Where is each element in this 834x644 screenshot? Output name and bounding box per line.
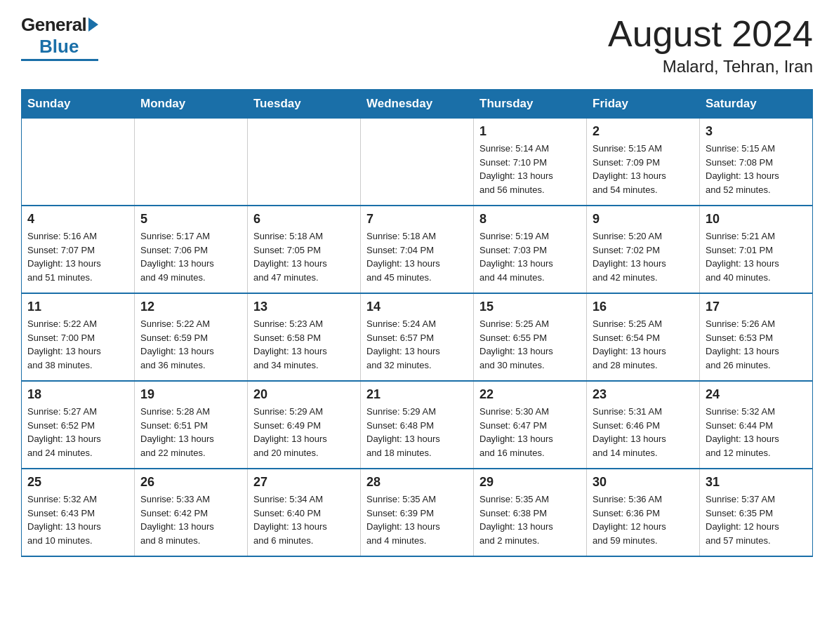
calendar-header-sunday: Sunday — [22, 90, 135, 119]
calendar-cell: 8Sunrise: 5:19 AMSunset: 7:03 PMDaylight… — [474, 206, 587, 293]
day-info: Sunrise: 5:16 AMSunset: 7:07 PMDaylight:… — [27, 229, 128, 284]
calendar-header-wednesday: Wednesday — [361, 90, 474, 119]
calendar-header-saturday: Saturday — [700, 90, 813, 119]
day-info: Sunrise: 5:19 AMSunset: 7:03 PMDaylight:… — [479, 229, 581, 284]
calendar-cell: 19Sunrise: 5:28 AMSunset: 6:51 PMDayligh… — [135, 381, 248, 469]
calendar-week-row: 25Sunrise: 5:32 AMSunset: 6:43 PMDayligh… — [22, 469, 813, 556]
day-info: Sunrise: 5:22 AMSunset: 7:00 PMDaylight:… — [27, 317, 128, 372]
calendar-cell: 30Sunrise: 5:36 AMSunset: 6:36 PMDayligh… — [587, 469, 700, 556]
day-number: 22 — [479, 387, 581, 402]
calendar-cell: 9Sunrise: 5:20 AMSunset: 7:02 PMDaylight… — [587, 206, 700, 293]
day-number: 7 — [366, 212, 468, 227]
day-info: Sunrise: 5:32 AMSunset: 6:44 PMDaylight:… — [706, 405, 807, 459]
calendar-header-monday: Monday — [135, 90, 248, 119]
day-info: Sunrise: 5:15 AMSunset: 7:09 PMDaylight:… — [593, 142, 694, 196]
page-header: General Blue August 2024 Malard, Tehran,… — [21, 14, 813, 76]
day-info: Sunrise: 5:35 AMSunset: 6:39 PMDaylight:… — [366, 492, 468, 547]
day-number: 2 — [593, 124, 694, 139]
calendar-cell: 25Sunrise: 5:32 AMSunset: 6:43 PMDayligh… — [22, 469, 135, 556]
calendar-cell: 15Sunrise: 5:25 AMSunset: 6:55 PMDayligh… — [474, 293, 587, 381]
day-number: 17 — [706, 300, 807, 314]
day-info: Sunrise: 5:35 AMSunset: 6:38 PMDaylight:… — [479, 492, 581, 547]
day-number: 20 — [253, 387, 355, 402]
calendar-week-row: 18Sunrise: 5:27 AMSunset: 6:52 PMDayligh… — [22, 381, 813, 469]
calendar-cell: 6Sunrise: 5:18 AMSunset: 7:05 PMDaylight… — [248, 206, 361, 293]
day-info: Sunrise: 5:15 AMSunset: 7:08 PMDaylight:… — [706, 142, 807, 196]
day-info: Sunrise: 5:25 AMSunset: 6:55 PMDaylight:… — [479, 317, 581, 372]
calendar-cell: 26Sunrise: 5:33 AMSunset: 6:42 PMDayligh… — [135, 469, 248, 556]
day-number: 31 — [706, 475, 807, 490]
calendar-cell: 12Sunrise: 5:22 AMSunset: 6:59 PMDayligh… — [135, 293, 248, 381]
day-info: Sunrise: 5:18 AMSunset: 7:04 PMDaylight:… — [366, 229, 468, 284]
day-info: Sunrise: 5:28 AMSunset: 6:51 PMDaylight:… — [140, 405, 241, 459]
logo: General Blue — [21, 14, 98, 61]
day-number: 23 — [593, 387, 694, 402]
day-info: Sunrise: 5:20 AMSunset: 7:02 PMDaylight:… — [593, 229, 694, 284]
day-info: Sunrise: 5:21 AMSunset: 7:01 PMDaylight:… — [706, 229, 807, 284]
day-number: 4 — [27, 212, 128, 227]
day-number: 29 — [479, 475, 581, 490]
calendar-cell: 10Sunrise: 5:21 AMSunset: 7:01 PMDayligh… — [700, 206, 813, 293]
calendar-header-tuesday: Tuesday — [248, 90, 361, 119]
day-number: 27 — [253, 475, 355, 490]
calendar-cell: 22Sunrise: 5:30 AMSunset: 6:47 PMDayligh… — [474, 381, 587, 469]
calendar-cell: 4Sunrise: 5:16 AMSunset: 7:07 PMDaylight… — [22, 206, 135, 293]
calendar-header-row: SundayMondayTuesdayWednesdayThursdayFrid… — [22, 90, 813, 119]
day-info: Sunrise: 5:18 AMSunset: 7:05 PMDaylight:… — [253, 229, 355, 284]
day-number: 18 — [27, 387, 128, 402]
calendar-cell: 29Sunrise: 5:35 AMSunset: 6:38 PMDayligh… — [474, 469, 587, 556]
calendar-cell: 5Sunrise: 5:17 AMSunset: 7:06 PMDaylight… — [135, 206, 248, 293]
day-number: 21 — [366, 387, 468, 402]
calendar-cell: 20Sunrise: 5:29 AMSunset: 6:49 PMDayligh… — [248, 381, 361, 469]
day-number: 24 — [706, 387, 807, 402]
calendar-cell: 14Sunrise: 5:24 AMSunset: 6:57 PMDayligh… — [361, 293, 474, 381]
day-number: 5 — [140, 212, 241, 227]
calendar-cell: 3Sunrise: 5:15 AMSunset: 7:08 PMDaylight… — [700, 119, 813, 206]
day-number: 15 — [479, 300, 581, 314]
calendar-header-friday: Friday — [587, 90, 700, 119]
day-number: 26 — [140, 475, 241, 490]
day-info: Sunrise: 5:36 AMSunset: 6:36 PMDaylight:… — [593, 492, 694, 547]
day-number: 8 — [479, 212, 581, 227]
calendar-cell — [248, 119, 361, 206]
day-number: 30 — [593, 475, 694, 490]
calendar-cell: 28Sunrise: 5:35 AMSunset: 6:39 PMDayligh… — [361, 469, 474, 556]
calendar-cell: 2Sunrise: 5:15 AMSunset: 7:09 PMDaylight… — [587, 119, 700, 206]
day-info: Sunrise: 5:33 AMSunset: 6:42 PMDaylight:… — [140, 492, 241, 547]
logo-blue-text: Blue — [39, 36, 79, 58]
calendar-cell: 1Sunrise: 5:14 AMSunset: 7:10 PMDaylight… — [474, 119, 587, 206]
month-title: August 2024 — [608, 14, 813, 54]
calendar-week-row: 4Sunrise: 5:16 AMSunset: 7:07 PMDaylight… — [22, 206, 813, 293]
day-info: Sunrise: 5:17 AMSunset: 7:06 PMDaylight:… — [140, 229, 241, 284]
calendar-cell: 24Sunrise: 5:32 AMSunset: 6:44 PMDayligh… — [700, 381, 813, 469]
day-info: Sunrise: 5:29 AMSunset: 6:48 PMDaylight:… — [366, 405, 468, 459]
calendar-cell: 11Sunrise: 5:22 AMSunset: 7:00 PMDayligh… — [22, 293, 135, 381]
calendar-week-row: 11Sunrise: 5:22 AMSunset: 7:00 PMDayligh… — [22, 293, 813, 381]
day-number: 19 — [140, 387, 241, 402]
day-info: Sunrise: 5:22 AMSunset: 6:59 PMDaylight:… — [140, 317, 241, 372]
logo-general-text: General — [21, 14, 86, 36]
day-number: 28 — [366, 475, 468, 490]
calendar-cell: 16Sunrise: 5:25 AMSunset: 6:54 PMDayligh… — [587, 293, 700, 381]
day-number: 11 — [27, 300, 128, 314]
logo-arrow-icon — [88, 18, 98, 32]
day-info: Sunrise: 5:24 AMSunset: 6:57 PMDaylight:… — [366, 317, 468, 372]
day-number: 13 — [253, 300, 355, 314]
day-number: 14 — [366, 300, 468, 314]
day-info: Sunrise: 5:25 AMSunset: 6:54 PMDaylight:… — [593, 317, 694, 372]
calendar-header-thursday: Thursday — [474, 90, 587, 119]
calendar-cell: 17Sunrise: 5:26 AMSunset: 6:53 PMDayligh… — [700, 293, 813, 381]
calendar-cell — [22, 119, 135, 206]
calendar-cell: 21Sunrise: 5:29 AMSunset: 6:48 PMDayligh… — [361, 381, 474, 469]
day-info: Sunrise: 5:27 AMSunset: 6:52 PMDaylight:… — [27, 405, 128, 459]
location-title: Malard, Tehran, Iran — [608, 57, 813, 76]
day-info: Sunrise: 5:34 AMSunset: 6:40 PMDaylight:… — [253, 492, 355, 547]
calendar-cell: 13Sunrise: 5:23 AMSunset: 6:58 PMDayligh… — [248, 293, 361, 381]
day-info: Sunrise: 5:31 AMSunset: 6:46 PMDaylight:… — [593, 405, 694, 459]
day-info: Sunrise: 5:32 AMSunset: 6:43 PMDaylight:… — [27, 492, 128, 547]
calendar-table: SundayMondayTuesdayWednesdayThursdayFrid… — [21, 89, 813, 557]
calendar-cell — [361, 119, 474, 206]
calendar-cell — [135, 119, 248, 206]
day-number: 3 — [706, 124, 807, 139]
day-info: Sunrise: 5:26 AMSunset: 6:53 PMDaylight:… — [706, 317, 807, 372]
